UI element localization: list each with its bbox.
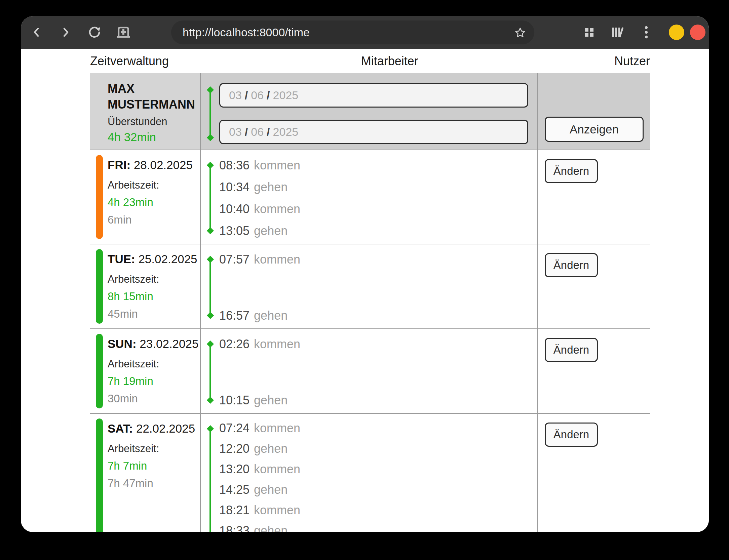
action-cell: Ändern <box>537 329 650 413</box>
menu-kebab-icon[interactable] <box>644 26 648 39</box>
entry-list: 02:26kommen 10:15gehen <box>201 329 537 413</box>
nav-nutzer[interactable]: Nutzer <box>614 54 650 68</box>
time-entries-cell: 07:57kommen 16:57gehen <box>200 244 537 328</box>
browser-window: http://localhost:8000/time <box>21 16 709 532</box>
day-title: SUN: 23.02.2025 <box>108 337 200 351</box>
entry-type: kommen <box>254 503 300 517</box>
worktime-value: 4h 23min <box>108 196 200 209</box>
date-separator: / <box>267 125 270 138</box>
date-to-year: 2025 <box>273 125 299 138</box>
day-status-bar <box>96 418 103 532</box>
entry-list: 07:24kommen 12:20gehen 13:20kommen 14:25… <box>201 414 537 532</box>
day-status-bar <box>96 155 103 239</box>
reload-icon[interactable] <box>87 25 102 39</box>
time-entry: 14:25gehen <box>219 479 537 500</box>
anzeigen-button[interactable]: Anzeigen <box>545 117 644 142</box>
day-name: SUN: <box>108 337 137 350</box>
worktime-label: Arbeitszeit: <box>108 273 200 285</box>
aendern-button[interactable]: Ändern <box>545 423 598 447</box>
entry-time: 13:05 <box>219 224 250 238</box>
date-separator: / <box>245 125 248 138</box>
day-row: SUN: 23.02.2025 Arbeitszeit: 7h 19min 30… <box>90 328 650 413</box>
day-row: SAT: 22.02.2025 Arbeitszeit: 7h 7min 7h … <box>90 413 650 532</box>
action-cell: Ändern <box>537 244 650 328</box>
bookmark-star-icon[interactable] <box>514 27 526 39</box>
day-title: SAT: 22.02.2025 <box>108 422 200 435</box>
show-cell: Anzeigen <box>537 73 650 150</box>
pause-value: 30min <box>108 392 200 405</box>
time-entry: 13:20kommen <box>219 459 537 479</box>
tab-overview-icon[interactable] <box>583 27 595 38</box>
date-to-day: 03 <box>229 125 242 138</box>
close-button[interactable] <box>690 25 705 40</box>
entry-time: 10:40 <box>219 202 250 216</box>
minimize-button[interactable] <box>669 25 684 40</box>
entry-time: 18:21 <box>219 503 250 517</box>
entry-time: 08:36 <box>219 158 250 172</box>
day-summary-cell: FRI: 28.02.2025 Arbeitszeit: 4h 23min 6m… <box>90 150 200 244</box>
back-icon[interactable] <box>31 26 43 38</box>
time-entry: 07:57kommen <box>219 248 537 270</box>
pause-value: 7h 47min <box>108 477 200 490</box>
overtime-label: Überstunden <box>108 116 200 128</box>
aendern-button[interactable]: Ändern <box>545 338 598 362</box>
entry-time: 13:20 <box>219 462 250 476</box>
day-title: TUE: 25.02.2025 <box>108 252 200 266</box>
day-date: 28.02.2025 <box>134 158 193 171</box>
timeline-arrow <box>209 344 211 400</box>
time-entry: 18:33gehen <box>219 520 537 532</box>
date-from-day: 03 <box>229 89 242 102</box>
worktime-value: 7h 7min <box>108 459 200 472</box>
entry-time: 18:33 <box>219 524 250 532</box>
employee-name: MAX MUSTERMANN <box>108 81 202 112</box>
time-app-page: Zeitverwaltung Mitarbeiter Nutzer MAX MU… <box>21 49 709 532</box>
time-entries-cell: 08:36kommen 10:34gehen 10:40kommen 13:05… <box>200 150 537 244</box>
entry-type: gehen <box>254 442 287 456</box>
day-date: 23.02.2025 <box>140 337 198 350</box>
new-tab-icon[interactable] <box>116 26 131 39</box>
day-status-bar <box>96 249 103 324</box>
date-range-cell: 03/06/2025 03/06/2025 <box>200 73 537 150</box>
entry-type: kommen <box>254 158 300 172</box>
time-entry: 10:34gehen <box>219 176 537 198</box>
entry-time: 14:25 <box>219 483 250 497</box>
employee-summary-cell: MAX MUSTERMANN Überstunden 4h 32min <box>90 73 200 150</box>
entry-time: 02:26 <box>219 337 250 351</box>
entry-type: gehen <box>254 483 287 497</box>
worktime-label: Arbeitszeit: <box>108 358 200 370</box>
day-status-bar <box>96 334 103 408</box>
time-entry: 13:05gehen <box>219 220 537 242</box>
pause-value: 45min <box>108 308 200 320</box>
day-date: 22.02.2025 <box>136 422 195 435</box>
forward-icon[interactable] <box>60 26 72 38</box>
entry-time: 07:24 <box>219 421 250 435</box>
time-entry: 08:36kommen <box>219 154 537 176</box>
time-entry: 16:57gehen <box>219 305 537 326</box>
action-cell: Ändern <box>537 414 650 532</box>
entry-type: gehen <box>254 309 287 323</box>
nav-mitarbeiter[interactable]: Mitarbeiter <box>361 54 418 68</box>
entry-list: 07:57kommen 16:57gehen <box>201 244 537 328</box>
url-text[interactable]: http://localhost:8000/time <box>183 26 514 39</box>
worktime-value: 8h 15min <box>108 290 200 303</box>
nav-zeitverwaltung[interactable]: Zeitverwaltung <box>90 54 169 68</box>
day-summary-cell: TUE: 25.02.2025 Arbeitszeit: 8h 15min 45… <box>90 244 200 328</box>
library-icon[interactable] <box>611 26 624 38</box>
date-from-input[interactable]: 03/06/2025 <box>219 83 528 108</box>
aendern-button[interactable]: Ändern <box>545 253 598 277</box>
date-from-month: 06 <box>251 89 264 102</box>
entry-time: 16:57 <box>219 309 250 323</box>
time-entries-cell: 02:26kommen 10:15gehen <box>200 329 537 413</box>
time-entry: 10:40kommen <box>219 198 537 220</box>
time-entries-cell: 07:24kommen 12:20gehen 13:20kommen 14:25… <box>200 414 537 532</box>
url-bar[interactable]: http://localhost:8000/time <box>171 21 534 44</box>
time-entry: 18:21kommen <box>219 500 537 520</box>
worktime-value: 7h 19min <box>108 375 200 388</box>
worktime-label: Arbeitszeit: <box>108 443 200 455</box>
day-date: 25.02.2025 <box>138 252 197 266</box>
date-to-input[interactable]: 03/06/2025 <box>219 120 528 144</box>
entry-type: kommen <box>254 421 300 435</box>
entry-type: kommen <box>254 202 300 216</box>
pause-value: 6min <box>108 213 200 226</box>
aendern-button[interactable]: Ändern <box>545 159 598 183</box>
